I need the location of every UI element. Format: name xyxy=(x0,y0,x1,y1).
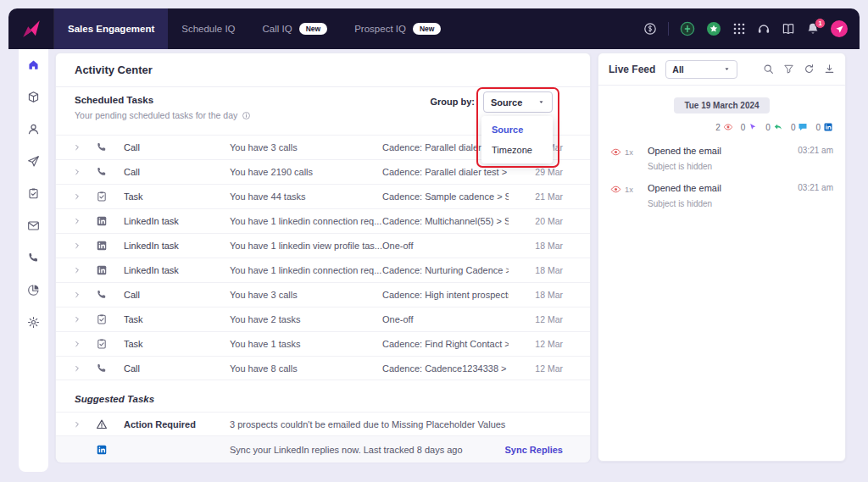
sync-replies-link[interactable]: Sync Replies xyxy=(505,445,563,455)
live-feed-title: Live Feed xyxy=(609,64,655,75)
divider xyxy=(668,22,669,36)
eye-icon xyxy=(610,147,621,158)
support-headset-icon[interactable] xyxy=(757,22,771,36)
task-date: 12 Mar xyxy=(509,314,590,324)
chevron-right-icon[interactable] xyxy=(73,420,93,429)
linkedin-icon xyxy=(93,444,124,456)
chevron-right-icon[interactable] xyxy=(73,291,93,299)
task-row[interactable]: CallYou have 3 callsCadence: High intent… xyxy=(56,282,590,307)
notifications-bell-icon[interactable]: 1 xyxy=(806,22,820,36)
billing-icon[interactable] xyxy=(643,22,657,36)
chevron-right-icon[interactable] xyxy=(73,143,93,152)
task-row[interactable]: LinkedIn taskYou have 1 linkedin view pr… xyxy=(56,233,590,258)
download-icon[interactable] xyxy=(824,64,835,75)
navbar-actions: 1 xyxy=(643,20,860,37)
task-row[interactable]: LinkedIn taskYou have 1 linkedin connect… xyxy=(56,208,590,233)
sidebar-box-icon[interactable] xyxy=(27,91,40,103)
group-by-select[interactable]: Source xyxy=(483,91,553,113)
sidebar-reports-icon[interactable] xyxy=(27,284,40,296)
task-row[interactable]: CallYou have 8 callsCadence: Cadence1234… xyxy=(56,356,590,380)
warning-icon xyxy=(93,418,124,430)
event-count: 1x xyxy=(625,185,633,194)
feed-filter-select[interactable]: All xyxy=(665,60,737,79)
sidebar-settings-icon[interactable] xyxy=(27,316,40,329)
groupby-option-source[interactable]: Source xyxy=(481,119,553,140)
feed-filter-value: All xyxy=(672,64,683,75)
task-summary: You have 1 linkedin connection req... xyxy=(230,265,382,275)
suggested-task-summary: Sync your LinkedIn replies now. Last tra… xyxy=(230,445,505,455)
filter-icon[interactable] xyxy=(783,64,794,75)
task-summary: You have 1 linkedin view profile tas... xyxy=(230,241,382,251)
task-row[interactable]: LinkedIn taskYou have 1 linkedin connect… xyxy=(56,258,590,282)
task-date: 21 Mar xyxy=(509,191,590,202)
group-by-value: Source xyxy=(491,97,522,108)
task-source: One-off xyxy=(382,241,509,251)
task-type: Task xyxy=(124,314,230,324)
phone-icon xyxy=(93,141,124,153)
sidebar-home-icon[interactable] xyxy=(27,58,40,71)
task-date: 20 Mar xyxy=(509,216,590,226)
task-row[interactable]: TaskYou have 2 tasksOne-off12 Mar xyxy=(56,307,590,331)
task-icon xyxy=(93,313,124,325)
suggested-row-linkedin-replies[interactable]: Sync your LinkedIn replies now. Last tra… xyxy=(56,435,590,463)
phone-icon xyxy=(93,363,124,374)
rewards-icon[interactable] xyxy=(706,21,721,36)
chevron-right-icon[interactable] xyxy=(73,217,93,225)
tab-sales-engagement[interactable]: Sales Engagement xyxy=(54,8,168,49)
feed-item-body: Opened the emailSubject is hidden xyxy=(648,183,798,208)
task-type: LinkedIn task xyxy=(124,241,230,251)
suggested-row-action-required[interactable]: Action Required 3 prospects couldn't be … xyxy=(56,412,590,435)
sidebar-tasks-icon[interactable] xyxy=(27,187,40,200)
tab-call-iq[interactable]: Call IQNew xyxy=(249,8,342,49)
info-icon[interactable] xyxy=(242,111,251,120)
chevron-right-icon[interactable] xyxy=(73,192,93,201)
scheduled-tasks-heading: Scheduled Tasks xyxy=(75,95,251,105)
search-icon[interactable] xyxy=(763,64,774,75)
task-summary: You have 2 tasks xyxy=(230,314,382,324)
chevron-right-icon[interactable] xyxy=(73,340,93,348)
brand-plane-icon[interactable] xyxy=(831,20,848,37)
tab-schedule-iq[interactable]: Schedule IQ xyxy=(168,8,248,49)
suggested-task-label: Action Required xyxy=(124,419,230,429)
task-type: Call xyxy=(124,363,230,374)
task-source: Cadence: Cadence1234338 > Ste... xyxy=(382,363,509,374)
sidebar-calls-icon[interactable] xyxy=(27,252,40,264)
task-summary: You have 1 tasks xyxy=(230,339,382,349)
apps-grid-icon[interactable] xyxy=(732,22,746,36)
new-badge: New xyxy=(299,23,327,35)
task-source: Cadence: High intent prospects- s... xyxy=(382,290,509,300)
task-row[interactable]: TaskYou have 1 tasksCadence: Find Right … xyxy=(56,331,590,356)
feed-item-title: Opened the email xyxy=(648,146,798,156)
knowledge-base-icon[interactable] xyxy=(782,22,795,36)
task-icon xyxy=(93,191,124,202)
top-navbar: Sales Engagement Schedule IQ Call IQNew … xyxy=(8,8,860,49)
task-date: 12 Mar xyxy=(509,363,590,374)
sidebar-prospects-icon[interactable] xyxy=(27,123,40,136)
sidebar-cadences-icon[interactable] xyxy=(27,155,40,168)
app-logo-icon[interactable] xyxy=(8,8,54,49)
task-row[interactable]: TaskYou have 44 tasksCadence: Sample cad… xyxy=(56,184,590,208)
groupby-option-timezone[interactable]: Timezone xyxy=(481,140,553,160)
feed-item-body: Opened the emailSubject is hidden xyxy=(648,146,798,171)
task-source: Cadence: Nurturing Cadence > St... xyxy=(382,265,509,275)
feed-item[interactable]: 1xOpened the emailSubject is hidden03:21… xyxy=(598,175,845,212)
refresh-icon[interactable] xyxy=(804,64,815,75)
tab-prospect-iq[interactable]: Prospect IQNew xyxy=(341,8,454,49)
task-date: 18 Mar xyxy=(509,290,590,300)
suggested-task-summary: 3 prospects couldn't be emailed due to M… xyxy=(230,419,590,429)
chevron-right-icon[interactable] xyxy=(73,266,93,274)
chevron-right-icon[interactable] xyxy=(73,364,93,373)
chat-icon xyxy=(798,122,808,132)
chevron-right-icon[interactable] xyxy=(73,241,93,250)
sidebar-inbox-icon[interactable] xyxy=(27,219,40,232)
activity-center-panel: Activity Center Scheduled Tasks Your pen… xyxy=(55,53,591,462)
feed-items: 1xOpened the emailSubject is hidden03:21… xyxy=(598,137,845,212)
chevron-right-icon[interactable] xyxy=(73,168,93,176)
event-count: 1x xyxy=(625,147,633,157)
chevron-right-icon[interactable] xyxy=(73,315,93,324)
credits-icon[interactable] xyxy=(680,21,695,36)
stat-reply: 0 xyxy=(765,122,783,132)
task-type: Call xyxy=(124,290,230,300)
phone-icon xyxy=(93,166,124,178)
feed-item[interactable]: 1xOpened the emailSubject is hidden03:21… xyxy=(598,137,845,175)
